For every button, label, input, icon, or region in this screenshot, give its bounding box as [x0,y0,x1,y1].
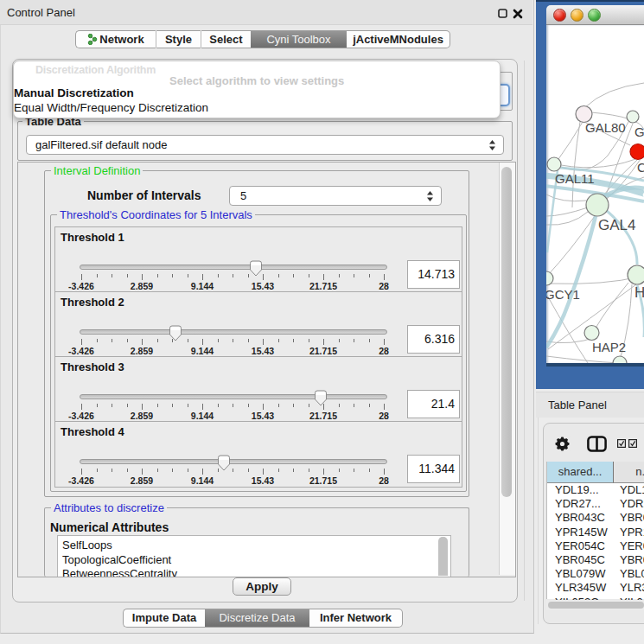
svg-text:GAL80: GAL80 [585,120,626,135]
svg-text:C: C [637,160,644,175]
svg-text:GAL4: GAL4 [598,217,635,233]
svg-text:GAL11: GAL11 [555,171,595,186]
svg-text:HAP2: HAP2 [592,340,626,354]
svg-text:GCY1: GCY1 [546,287,580,302]
svg-text:GA: GA [634,124,644,139]
svg-text:H: H [634,284,644,301]
